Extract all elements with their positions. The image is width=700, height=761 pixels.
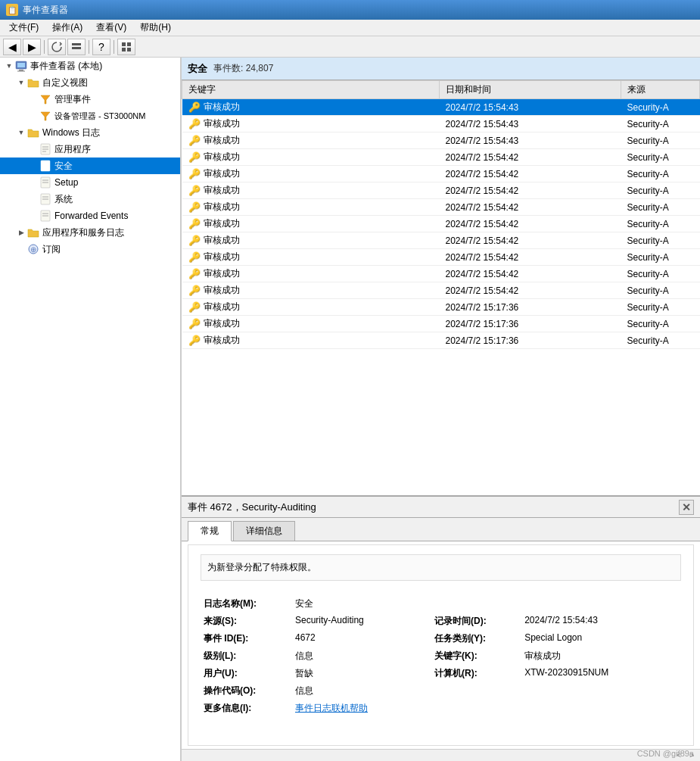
back-button[interactable]: ◀ [3,39,21,55]
tree-item-device[interactable]: 设备管理器 - ST3000NM [0,108,180,124]
main-container: ▼ 事件查看器 (本地) ▼ 自定义视图 管理事件 [0,58,700,761]
tree-label-appservice: 应用程序和服务日志 [42,226,124,239]
tree-item-custom[interactable]: ▼ 自定义视图 [0,74,180,91]
menu-file[interactable]: 文件(F) [3,20,45,36]
key-icon: 🔑 [188,185,201,196]
help-button[interactable]: ? [92,39,110,55]
svg-rect-9 [17,71,25,72]
event-table[interactable]: 关键字 日期和时间 来源 🔑审核成功2024/7/2 15:54:43Secur… [182,80,700,495]
detail-field-row: 用户(U):暂缺计算机(R):XTW-20230915NUM [204,667,678,680]
svg-rect-2 [122,42,126,46]
tree-label-app: 应用程序 [54,143,91,156]
computer-icon [15,60,27,72]
table-row[interactable]: 🔑审核成功2024/7/2 15:54:42Security-A [182,232,700,249]
cell-datetime: 2024/7/2 15:54:42 [440,282,621,299]
key-icon: 🔑 [188,251,201,263]
svg-text:⊕: ⊕ [30,245,36,254]
svg-rect-4 [122,48,126,51]
extra-button[interactable] [117,39,135,55]
detail-field-row: 来源(S):Security-Auditing记录时间(D):2024/7/2 … [204,615,678,628]
watermark: CSDN @gif89a [637,749,694,758]
table-row[interactable]: 🔑审核成功2024/7/2 15:54:42Security-A [182,282,700,299]
tree-label-system: 系统 [54,193,73,206]
log-icon-forwarded [39,210,51,222]
tree-label-winlogs: Windows 日志 [42,126,100,139]
field-value[interactable]: 事件日志联机帮助 [295,702,431,715]
detail-field-row: 日志名称(M):安全 [204,597,678,610]
folder-icon-appservice [27,226,39,239]
filter-icon-device [39,110,51,122]
detail-field-row: 级别(L):信息关键字(K):审核成功 [204,650,678,663]
key-icon: 🔑 [188,218,201,229]
expand-icon-subscription [15,243,27,255]
tree-item-winlogs[interactable]: ▼ Windows 日志 [0,124,180,141]
cell-keyword: 🔑审核成功 [182,332,440,349]
key-icon: 🔑 [188,268,201,279]
key-icon: 🔑 [188,335,201,346]
field-value: 信息 [295,685,431,697]
cell-keyword: 🔑审核成功 [182,166,440,182]
table-row[interactable]: 🔑审核成功2024/7/2 15:54:42Security-A [182,249,700,266]
event-list-area: 安全 事件数: 24,807 关键字 日期和时间 来源 🔑审核成功2024/7/… [182,58,700,497]
cell-keyword: 🔑审核成功 [182,282,440,299]
detail-panel: 事件 4672，Security-Auditing ✕ 常规 详细信息 为新登录… [182,497,700,761]
field-label: 事件 ID(E): [204,632,292,645]
close-button[interactable]: ✕ [679,500,694,515]
table-row[interactable]: 🔑审核成功2024/7/2 15:54:43Security-A [182,99,700,116]
tree-item-subscription[interactable]: ⊕ 订阅 [0,241,180,257]
col-datetime[interactable]: 日期和时间 [440,81,621,99]
cell-source: Security-A [621,166,700,182]
table-row[interactable]: 🔑审核成功2024/7/2 15:17:36Security-A [182,299,700,316]
field-value: 4672 [295,632,431,645]
svg-rect-3 [127,42,131,46]
menu-help[interactable]: 帮助(H) [134,20,177,36]
tree-label-forwarded: Forwarded Events [54,211,128,221]
cell-datetime: 2024/7/2 15:17:36 [440,316,621,332]
col-keyword[interactable]: 关键字 [182,81,440,99]
bottom-scroll-bar[interactable]: < > [182,749,700,761]
tree-item-admin[interactable]: 管理事件 [0,91,180,108]
tree-item-system[interactable]: 系统 [0,191,180,207]
cell-source: Security-A [621,316,700,332]
tree-item-app[interactable]: 应用程序 [0,141,180,158]
tree-label-setup: Setup [54,177,78,188]
tree-label-subscription: 订阅 [42,243,61,256]
table-row[interactable]: 🔑审核成功2024/7/2 15:54:43Security-A [182,116,700,133]
table-row[interactable]: 🔑审核成功2024/7/2 15:54:42Security-A [182,199,700,216]
table-row[interactable]: 🔑审核成功2024/7/2 15:54:42Security-A [182,149,700,166]
cell-keyword: 🔑审核成功 [182,266,440,282]
field-label: 用户(U): [204,667,292,680]
tree-panel: ▼ 事件查看器 (本地) ▼ 自定义视图 管理事件 [0,58,182,761]
tree-item-appservice[interactable]: ▶ 应用程序和服务日志 [0,224,180,241]
table-row[interactable]: 🔑审核成功2024/7/2 15:54:42Security-A [182,216,700,232]
menu-view[interactable]: 查看(V) [90,20,132,36]
tree-item-root[interactable]: ▼ 事件查看器 (本地) [0,58,180,74]
detail-title: 事件 4672，Security-Auditing [188,501,316,514]
col-source[interactable]: 来源 [621,81,700,99]
folder-icon-winlogs [27,126,39,139]
tab-general[interactable]: 常规 [188,521,232,541]
table-row[interactable]: 🔑审核成功2024/7/2 15:54:42Security-A [182,166,700,182]
table-row[interactable]: 🔑审核成功2024/7/2 15:54:42Security-A [182,266,700,282]
menu-action[interactable]: 操作(A) [46,20,89,36]
table-row[interactable]: 🔑审核成功2024/7/2 15:54:43Security-A [182,133,700,149]
field-value: XTW-20230915NUM [524,667,678,680]
subscription-icon: ⊕ [27,243,39,255]
cell-datetime: 2024/7/2 15:54:42 [440,182,621,199]
table-row[interactable]: 🔑审核成功2024/7/2 15:17:36Security-A [182,316,700,332]
view-button[interactable] [67,39,86,55]
refresh-button[interactable] [48,39,66,55]
svg-marker-11 [41,112,50,120]
cell-datetime: 2024/7/2 15:54:42 [440,199,621,216]
cell-datetime: 2024/7/2 15:17:36 [440,332,621,349]
detail-field-row: 操作代码(O):信息 [204,685,678,697]
tree-item-security[interactable]: 安全 [0,158,180,174]
tree-item-forwarded[interactable]: Forwarded Events [0,207,180,224]
table-row[interactable]: 🔑审核成功2024/7/2 15:17:36Security-A [182,332,700,349]
cell-source: Security-A [621,249,700,266]
tab-details[interactable]: 详细信息 [233,521,295,541]
table-row[interactable]: 🔑审核成功2024/7/2 15:54:42Security-A [182,182,700,199]
log-icon-security [39,160,51,172]
forward-button[interactable]: ▶ [23,39,41,55]
tree-item-setup[interactable]: Setup [0,174,180,191]
